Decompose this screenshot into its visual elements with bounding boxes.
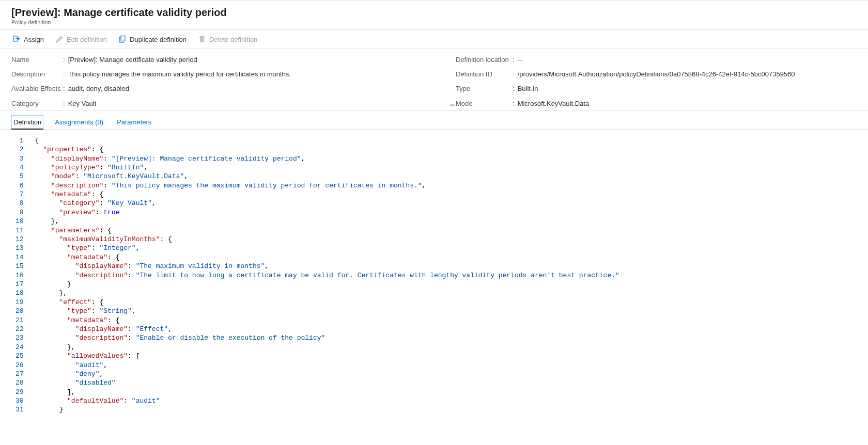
detail-value-name: [Preview]: Manage certificate validity p… [68,55,197,65]
detail-label: Description [11,70,63,79]
detail-value-type: Built-in [518,84,538,93]
pencil-icon [55,35,64,43]
detail-value-id: /providers/Microsoft.Authorization/polic… [518,70,795,79]
tab-assignments[interactable]: Assignments (0) [53,115,105,129]
page-subtitle: Policy definition [11,19,857,25]
detail-row: Mode : Microsoft.KeyVault.Data [456,99,857,108]
detail-row: Available Effects : audit, deny, disable… [11,84,456,93]
detail-value-mode: Microsoft.KeyVault.Data [518,99,589,108]
delete-definition-button[interactable]: Delete definition [197,33,258,45]
essentials-panel: Name : [Preview]: Manage certificate val… [0,49,868,111]
essentials-left: Name : [Preview]: Manage certificate val… [11,55,456,108]
detail-label: Available Effects [11,84,63,93]
editor-code[interactable]: { "properties": { "displayName": "[Previ… [35,136,619,415]
tab-definition[interactable]: Definition [11,115,43,129]
detail-label: Definition ID [456,70,513,79]
detail-label: Type [456,84,513,93]
detail-row: Description : This policy manages the ma… [11,70,456,79]
assign-button[interactable]: Assign [11,33,45,45]
duplicate-icon [118,35,127,43]
detail-label: Mode [456,99,513,108]
delete-label: Delete definition [209,36,257,43]
detail-value-description: This policy manages the maximum validity… [68,70,291,79]
editor-gutter: 1234567891011121314151617181920212223242… [11,136,35,415]
detail-label: Category [11,99,63,108]
edit-definition-button[interactable]: Edit definition [54,33,108,45]
assign-icon [12,35,21,43]
collapse-essentials-icon[interactable]: ︽ [450,100,456,108]
detail-row: Name : [Preview]: Manage certificate val… [11,55,456,65]
detail-label: Definition location [456,55,513,65]
trash-icon [198,35,206,43]
essentials-right: Definition location : -- Definition ID :… [456,55,857,108]
page-header: [Preview]: Manage certificate validity p… [0,1,868,29]
duplicate-label: Duplicate definition [130,36,187,43]
duplicate-definition-button[interactable]: Duplicate definition [117,33,188,45]
edit-label: Edit definition [67,36,107,43]
detail-row: Definition ID : /providers/Microsoft.Aut… [456,70,857,79]
assign-label: Assign [24,36,44,43]
detail-value-effects: audit, deny, disabled [68,84,129,93]
tab-parameters[interactable]: Parameters [115,115,153,129]
tabs: Definition Assignments (0) Parameters [0,111,868,130]
detail-row: Type : Built-in [456,84,857,93]
detail-value-category: Key Vault [68,99,97,108]
detail-row: Category : Key Vault [11,99,456,108]
detail-label: Name [11,55,63,65]
detail-row: Definition location : -- [456,55,857,65]
json-editor[interactable]: 1234567891011121314151617181920212223242… [11,134,857,415]
svg-rect-1 [121,36,125,41]
detail-value-location: -- [518,55,522,65]
page-title: [Preview]: Manage certificate validity p… [11,6,857,19]
command-bar: Assign Edit definition Duplicate definit… [0,29,868,49]
